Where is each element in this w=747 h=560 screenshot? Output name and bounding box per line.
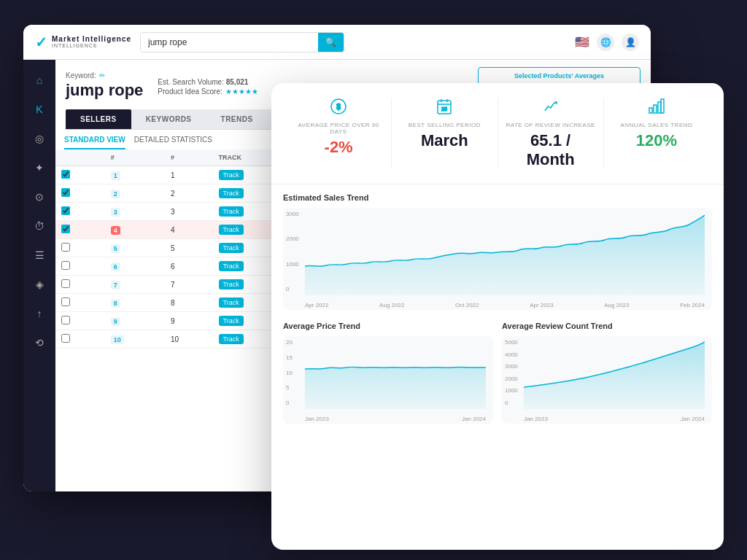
sidebar: ⌂ K ◎ ✦ ⊙ ⏱ ☰ ◈ ↑ ⟲ bbox=[23, 60, 55, 491]
sidebar-item-arrow[interactable]: ↑ bbox=[28, 302, 51, 325]
row-checkbox-10[interactable] bbox=[61, 334, 70, 343]
track-btn-4[interactable]: Track bbox=[219, 225, 244, 235]
keyword-title: jump rope bbox=[66, 81, 143, 100]
rank-badge-5: 5 bbox=[111, 244, 120, 253]
globe-icon[interactable]: 🌐 bbox=[597, 34, 614, 51]
price-icon: $ bbox=[293, 98, 384, 119]
sub-tab-standard[interactable]: STANDARD VIEW bbox=[64, 136, 125, 149]
sidebar-item-refresh[interactable]: ⟲ bbox=[28, 331, 51, 354]
row-checkbox-8[interactable] bbox=[61, 298, 70, 306]
row-checkbox-9[interactable] bbox=[61, 316, 70, 324]
logo-market: Market Intelligence bbox=[52, 36, 131, 43]
metric-price: $ AVERAGE PRICE OVER 90 DAYS -2% bbox=[286, 98, 392, 169]
keyword-stats: Est. Search Volume: 85,021 Product Idea … bbox=[158, 78, 258, 96]
metric-review: RATE OF REVIEW INCREASE 65.1 / Month bbox=[498, 98, 604, 169]
sales-trend-label: ANNUAL SALES TREND bbox=[611, 122, 702, 128]
rank-badge-4: 4 bbox=[111, 226, 120, 235]
search-bar[interactable]: 🔍 bbox=[140, 32, 344, 52]
track-btn-6[interactable]: Track bbox=[219, 261, 244, 271]
sidebar-item-diamond[interactable]: ◈ bbox=[28, 273, 51, 296]
rank-num-1: 1 bbox=[165, 166, 213, 184]
user-avatar[interactable]: 👤 bbox=[622, 34, 639, 51]
track-btn-10[interactable]: Track bbox=[219, 334, 244, 344]
track-btn-2[interactable]: Track bbox=[219, 188, 244, 198]
rank-badge-6: 6 bbox=[111, 262, 120, 271]
row-checkbox-4[interactable] bbox=[61, 225, 70, 233]
logo-intel: INTELLIGENCE bbox=[52, 43, 131, 48]
sales-x-axis: Apr 2022Aug 2022Oct 2022Apr 2023Aug 2023… bbox=[305, 302, 705, 308]
review-y-axis: 500040003000200010000 bbox=[505, 336, 518, 409]
overlay-panel: $ AVERAGE PRICE OVER 90 DAYS -2% 25 BE bbox=[271, 83, 724, 550]
sidebar-item-home[interactable]: ⌂ bbox=[28, 69, 51, 92]
search-input[interactable] bbox=[141, 33, 318, 52]
rank-num-5: 5 bbox=[165, 239, 213, 257]
svg-text:25: 25 bbox=[441, 106, 447, 112]
tab-sellers[interactable]: SELLERS bbox=[66, 109, 131, 129]
sidebar-item-keyword[interactable]: K bbox=[28, 98, 51, 121]
logo: ✓ Market Intelligence INTELLIGENCE bbox=[35, 34, 131, 51]
rank-badge-3: 3 bbox=[111, 208, 120, 217]
col-rank1: # bbox=[105, 149, 165, 166]
app-header: ✓ Market Intelligence INTELLIGENCE 🔍 🇺🇸 … bbox=[23, 25, 651, 60]
rank-num-2: 2 bbox=[165, 184, 213, 203]
track-btn-9[interactable]: Track bbox=[219, 316, 244, 326]
keyword-label: Keyword: ✏ bbox=[66, 71, 143, 79]
sidebar-item-search[interactable]: ⊙ bbox=[28, 185, 51, 209]
sales-trend-title: Estimated Sales Trend bbox=[283, 193, 712, 202]
search-button[interactable]: 🔍 bbox=[318, 33, 344, 52]
price-y-axis: 20151050 bbox=[286, 336, 293, 409]
track-btn-7[interactable]: Track bbox=[219, 279, 244, 289]
row-checkbox-6[interactable] bbox=[61, 261, 70, 270]
track-btn-3[interactable]: Track bbox=[219, 206, 244, 217]
logo-v-icon: ✓ bbox=[35, 34, 47, 51]
rank-num-4: 4 bbox=[165, 221, 213, 239]
track-btn-1[interactable]: Track bbox=[219, 170, 244, 180]
review-rate-icon bbox=[506, 98, 596, 119]
metrics-row: $ AVERAGE PRICE OVER 90 DAYS -2% 25 BE bbox=[271, 83, 724, 184]
logo-text: Market Intelligence INTELLIGENCE bbox=[52, 36, 131, 48]
calendar-icon: 25 bbox=[399, 98, 489, 119]
svg-rect-8 bbox=[654, 105, 657, 113]
stars-icon: ★★★★★ bbox=[225, 88, 258, 96]
review-rate-value: 65.1 / Month bbox=[506, 131, 596, 169]
rank-num-8: 8 bbox=[165, 294, 213, 312]
period-value: March bbox=[399, 131, 489, 150]
sales-trend-chart: 3000200010000 Apr 2022Aug 2022Oct 2022Ap… bbox=[283, 208, 712, 310]
row-checkbox-2[interactable] bbox=[61, 188, 70, 197]
price-trend-title: Average Price Trend bbox=[283, 322, 493, 330]
row-checkbox-3[interactable] bbox=[61, 206, 70, 215]
sidebar-item-time[interactable]: ⏱ bbox=[28, 214, 51, 238]
period-label: BEST SELLING PERIOD bbox=[399, 122, 489, 128]
row-checkbox-1[interactable] bbox=[61, 170, 70, 179]
keyword-edit-icon[interactable]: ✏ bbox=[99, 71, 105, 79]
rank-badge-7: 7 bbox=[111, 281, 120, 289]
tab-keywords[interactable]: KEYWORDS bbox=[131, 109, 206, 129]
rank-num-10: 10 bbox=[165, 330, 213, 349]
track-btn-5[interactable]: Track bbox=[219, 243, 244, 253]
col-checkbox bbox=[55, 149, 105, 166]
rank-badge-1: 1 bbox=[111, 171, 120, 180]
rank-badge-2: 2 bbox=[111, 190, 120, 198]
tab-trends[interactable]: TRENDS bbox=[206, 109, 268, 129]
track-btn-8[interactable]: Track bbox=[219, 298, 244, 308]
svg-rect-10 bbox=[661, 99, 664, 113]
sales-y-axis: 3000200010000 bbox=[286, 208, 299, 295]
row-checkbox-7[interactable] bbox=[61, 279, 70, 288]
review-x-axis: Jan 2023Jan 2024 bbox=[524, 416, 705, 422]
sidebar-item-star[interactable]: ✦ bbox=[28, 156, 51, 179]
charts-area: Estimated Sales Trend 3000200010000 bbox=[271, 184, 724, 550]
sub-tab-detailed[interactable]: DETAILED STATISTICS bbox=[134, 136, 212, 149]
sales-trend-value: 120% bbox=[611, 131, 702, 150]
selected-products-title: Selected Products' Averages bbox=[486, 72, 632, 79]
metric-period: 25 BEST SELLING PERIOD March bbox=[392, 98, 498, 169]
rank-num-9: 9 bbox=[165, 312, 213, 330]
price-trend-chart: 20151050 bbox=[283, 336, 493, 424]
col-rank2: # bbox=[165, 149, 213, 166]
sidebar-item-circle[interactable]: ◎ bbox=[28, 127, 51, 150]
bottom-charts-row: Average Price Trend 20151050 bbox=[283, 322, 712, 435]
svg-text:$: $ bbox=[336, 103, 341, 111]
sidebar-item-list[interactable]: ☰ bbox=[28, 244, 51, 267]
row-checkbox-5[interactable] bbox=[61, 243, 70, 252]
rank-num-6: 6 bbox=[165, 257, 213, 276]
header-right: 🇺🇸 🌐 👤 bbox=[575, 34, 639, 51]
